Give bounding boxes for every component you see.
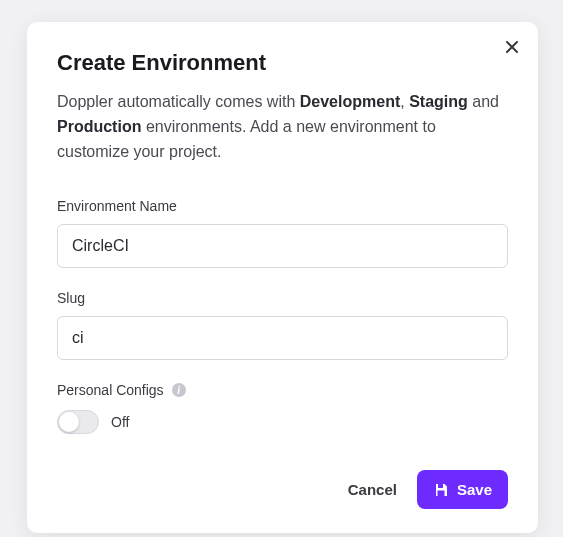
personal-configs-label: Personal Configs [57, 382, 164, 398]
create-environment-modal: Create Environment Doppler automatically… [27, 22, 538, 533]
env-name-group: Environment Name [57, 198, 508, 268]
modal-actions: Cancel Save [57, 470, 508, 509]
close-icon [506, 39, 518, 57]
personal-configs-toggle[interactable] [57, 410, 99, 434]
modal-description: Doppler automatically comes with Develop… [57, 90, 508, 164]
close-button[interactable] [500, 36, 524, 60]
toggle-knob [59, 412, 79, 432]
slug-group: Slug [57, 290, 508, 360]
env-name-label: Environment Name [57, 198, 508, 214]
save-button[interactable]: Save [417, 470, 508, 509]
svg-rect-1 [437, 490, 444, 496]
svg-rect-0 [438, 484, 443, 488]
save-icon [433, 482, 449, 498]
save-button-label: Save [457, 481, 492, 498]
modal-title: Create Environment [57, 50, 508, 76]
personal-configs-label-row: Personal Configs i [57, 382, 508, 398]
env-name-input[interactable] [57, 224, 508, 268]
slug-input[interactable] [57, 316, 508, 360]
info-icon[interactable]: i [172, 383, 186, 397]
slug-label: Slug [57, 290, 508, 306]
personal-configs-toggle-row: Off [57, 410, 508, 434]
cancel-button[interactable]: Cancel [348, 481, 397, 498]
personal-configs-state: Off [111, 414, 129, 430]
